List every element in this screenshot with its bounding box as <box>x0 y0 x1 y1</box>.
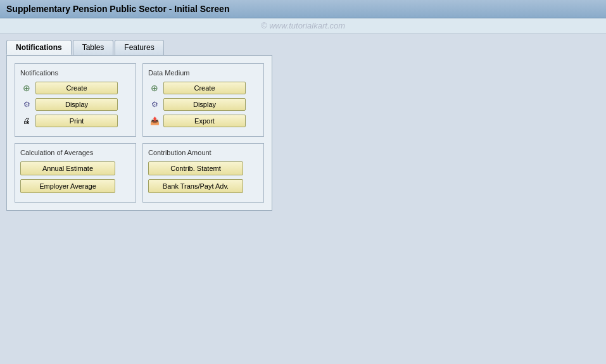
calc-averages-section: Calculation of Averages Annual Estimate … <box>15 143 136 203</box>
cont-statmt-row: Contrib. Statemt <box>148 161 258 175</box>
watermark-text: © www.tutorialkart.com <box>261 21 345 30</box>
notifications-section: Notifications Create Display Print <box>15 63 136 137</box>
contrib-amount-section: Contribution Amount Contrib. Statemt Ban… <box>142 143 264 203</box>
cont-bank-row: Bank Trans/Payt Adv. <box>148 179 258 193</box>
cont-bank-button[interactable]: Bank Trans/Payt Adv. <box>148 179 243 193</box>
dm-display-button[interactable]: Display <box>163 98 246 111</box>
tab-notifications[interactable]: Notifications <box>6 40 72 55</box>
ca-annual-row: Annual Estimate <box>20 161 130 175</box>
export-icon-dm <box>148 115 161 127</box>
main-content: Notifications Tables Features Notificati… <box>0 34 606 217</box>
notif-print-button[interactable]: Print <box>35 115 118 127</box>
notif-create-button[interactable]: Create <box>35 82 118 94</box>
notifications-title: Notifications <box>20 69 130 77</box>
display-icon-notif <box>20 98 33 111</box>
cont-statmt-button[interactable]: Contrib. Statemt <box>148 161 243 175</box>
ca-employer-row: Employer Average <box>20 179 130 193</box>
panel: Notifications Create Display Print Data … <box>6 55 272 211</box>
tab-bar: Notifications Tables Features <box>6 40 600 55</box>
print-icon-notif <box>20 115 33 127</box>
tab-features[interactable]: Features <box>115 40 163 55</box>
watermark-bar: © www.tutorialkart.com <box>0 18 606 34</box>
data-medium-title: Data Medium <box>148 69 258 77</box>
create-icon-notif <box>20 82 33 94</box>
title-text: Supplementary Pension Public Sector - In… <box>6 4 229 14</box>
tab-tables[interactable]: Tables <box>73 40 114 55</box>
display-icon-dm <box>148 98 161 111</box>
notif-display-button[interactable]: Display <box>35 98 118 111</box>
create-icon-dm <box>148 82 161 94</box>
title-bar: Supplementary Pension Public Sector - In… <box>0 0 606 18</box>
dm-export-row: Export <box>148 115 258 127</box>
top-grid: Notifications Create Display Print Data … <box>15 63 264 137</box>
contrib-amount-title: Contribution Amount <box>148 149 258 156</box>
notif-display-row: Display <box>20 98 130 111</box>
calc-averages-title: Calculation of Averages <box>20 149 130 156</box>
data-medium-section: Data Medium Create Display Export <box>142 63 264 137</box>
dm-create-button[interactable]: Create <box>163 82 246 94</box>
bottom-grid: Calculation of Averages Annual Estimate … <box>15 143 264 203</box>
notif-print-row: Print <box>20 115 130 127</box>
ca-annual-button[interactable]: Annual Estimate <box>20 161 115 175</box>
notif-create-row: Create <box>20 82 130 94</box>
dm-display-row: Display <box>148 98 258 111</box>
dm-create-row: Create <box>148 82 258 94</box>
dm-export-button[interactable]: Export <box>163 115 246 127</box>
ca-employer-button[interactable]: Employer Average <box>20 179 115 193</box>
